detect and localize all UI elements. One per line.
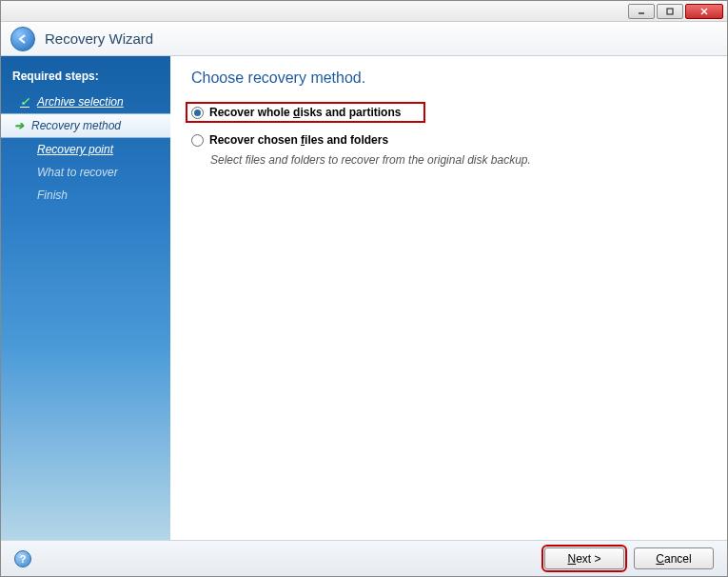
step-recovery-point[interactable]: Recovery point <box>1 138 170 161</box>
cancel-button[interactable]: Cancel <box>634 547 714 569</box>
sidebar-heading: Required steps: <box>1 66 170 90</box>
step-recovery-method[interactable]: ➔ Recovery method <box>1 113 170 138</box>
option-description: Select files and folders to recover from… <box>191 149 706 167</box>
radio-label: Recover whole disks and partitions <box>209 106 401 119</box>
maximize-button[interactable] <box>657 4 683 19</box>
content-area: Required steps: ✓ Archive selection ➔ Re… <box>1 56 727 540</box>
help-button[interactable]: ? <box>14 550 31 567</box>
titlebar <box>1 1 727 22</box>
close-icon <box>699 7 709 16</box>
radio-option-recover-disks[interactable]: Recover whole disks and partitions <box>186 102 425 123</box>
minimize-button[interactable] <box>628 4 655 19</box>
minimize-icon <box>637 7 646 16</box>
maximize-icon <box>665 7 675 16</box>
step-finish: Finish <box>1 184 170 207</box>
main-panel: Choose recovery method. Recover whole di… <box>170 56 727 540</box>
next-button[interactable]: Next > <box>544 547 624 569</box>
back-arrow-icon <box>16 32 30 46</box>
help-icon: ? <box>20 553 27 565</box>
window-title: Recovery Wizard <box>45 30 153 47</box>
radio-icon <box>191 107 204 119</box>
step-label: Archive selection <box>37 95 124 109</box>
footer-buttons: Next > Cancel <box>544 547 714 569</box>
header: Recovery Wizard <box>1 22 727 56</box>
step-label: What to recover <box>37 166 118 179</box>
close-button[interactable] <box>685 4 723 19</box>
page-title: Choose recovery method. <box>191 70 706 87</box>
step-archive-selection[interactable]: ✓ Archive selection <box>1 90 170 113</box>
back-button[interactable] <box>10 27 35 51</box>
arrow-right-icon: ➔ <box>12 119 26 132</box>
radio-label: Recover chosen files and folders <box>209 133 388 147</box>
radio-icon <box>191 134 204 147</box>
option-recover-files: Recover chosen files and folders Select … <box>191 130 706 167</box>
step-label: Finish <box>37 189 68 202</box>
option-recover-disks: Recover whole disks and partitions <box>191 102 706 123</box>
radio-option-recover-files[interactable]: Recover chosen files and folders <box>191 130 706 149</box>
step-what-to-recover: What to recover <box>1 161 170 184</box>
step-label: Recovery point <box>37 143 113 156</box>
sidebar: Required steps: ✓ Archive selection ➔ Re… <box>1 56 170 540</box>
footer: ? Next > Cancel <box>1 540 727 576</box>
checkmark-icon: ✓ <box>18 95 31 109</box>
svg-rect-1 <box>667 9 673 14</box>
step-label: Recovery method <box>31 119 121 132</box>
